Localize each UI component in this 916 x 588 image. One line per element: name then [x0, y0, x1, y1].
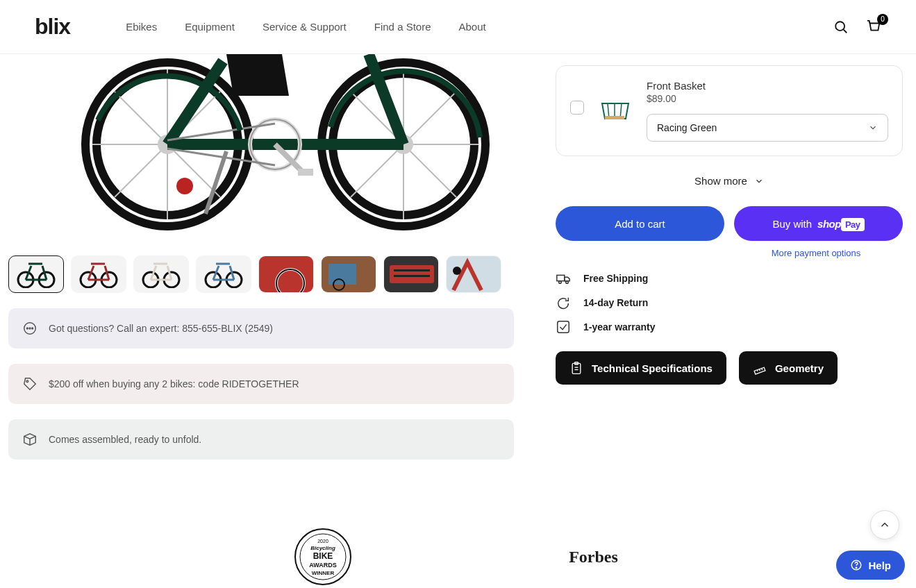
svg-point-53: [26, 328, 28, 329]
info-strip-questions: Got questions? Call an expert: 855-655-B…: [8, 308, 514, 348]
ruler-icon: [753, 361, 767, 375]
scroll-to-top-button[interactable]: [870, 510, 899, 539]
svg-point-62: [559, 281, 562, 284]
info-text: Got questions? Call an expert: 855-655-B…: [49, 323, 273, 334]
truck-icon: [556, 271, 571, 286]
nav-item-equipment[interactable]: Equipment: [185, 21, 235, 33]
buy-with-label: Buy with: [772, 218, 812, 230]
return-arrow-icon: [556, 295, 571, 310]
addon-price: $89.00: [647, 93, 888, 104]
benefits-list: Free Shipping 14-day Return 1-year warra…: [556, 271, 903, 335]
nav-item-store[interactable]: Find a Store: [374, 21, 431, 33]
svg-rect-27: [298, 169, 313, 176]
geometry-button[interactable]: Geometry: [739, 351, 838, 385]
info-strip-promo: $200 off when buying any 2 bikes: code R…: [8, 364, 514, 404]
chip-label: Technical Specifications: [592, 362, 713, 374]
addon-thumbnail: [598, 94, 633, 127]
show-more-label: Show more: [694, 175, 747, 187]
benefit-return: 14-day Return: [556, 295, 903, 310]
thumbnail-strip: [8, 255, 514, 293]
add-to-cart-button[interactable]: Add to cart: [556, 206, 724, 241]
tag-icon: [22, 376, 38, 392]
benefit-label: 14-day Return: [583, 297, 648, 308]
chevron-down-icon: [868, 123, 878, 133]
svg-rect-44: [328, 264, 356, 285]
benefit-warranty: 1-year warranty: [556, 319, 903, 335]
svg-text:WINNER: WINNER: [311, 570, 334, 576]
svg-line-10: [115, 92, 167, 144]
nav-item-ebikes[interactable]: Ebikes: [126, 21, 157, 33]
help-fab[interactable]: Help: [836, 551, 905, 580]
brand-logo[interactable]: blix: [35, 14, 70, 40]
spec-chip-row: Technical Specifications Geometry: [556, 351, 903, 385]
svg-rect-49: [394, 275, 430, 277]
forbes-logo: Forbes: [490, 529, 698, 585]
chat-icon: [22, 321, 38, 336]
nav-item-about[interactable]: About: [459, 21, 486, 33]
svg-point-51: [453, 267, 461, 275]
thumbnail-5[interactable]: [258, 255, 314, 293]
thumbnail-3[interactable]: [133, 255, 189, 293]
svg-point-63: [566, 281, 569, 284]
svg-text:BIKE: BIKE: [313, 551, 333, 561]
primary-nav: Ebikes Equipment Service & Support Find …: [126, 21, 833, 33]
svg-text:2020: 2020: [317, 539, 328, 544]
svg-rect-64: [558, 321, 569, 333]
more-payment-options-link[interactable]: More payment options: [729, 248, 903, 258]
addon-name: Front Basket: [647, 80, 888, 92]
thumbnail-4[interactable]: [196, 255, 251, 293]
info-text: Comes assembled, ready to unfold.: [49, 434, 201, 445]
svg-point-54: [29, 328, 31, 329]
svg-line-19: [403, 92, 456, 144]
select-value: Racing Green: [657, 122, 717, 133]
header-actions: 0: [833, 19, 881, 35]
box-icon: [22, 432, 38, 447]
site-header: blix Ebikes Equipment Service & Support …: [0, 0, 916, 54]
addon-color-select[interactable]: Racing Green: [647, 114, 888, 142]
tech-specs-button[interactable]: Technical Specifications: [556, 351, 726, 385]
cart-count-badge: 0: [877, 14, 888, 25]
help-label: Help: [868, 560, 891, 571]
buy-with-shop-pay-button[interactable]: Buy with shopPay: [734, 206, 903, 241]
svg-line-1: [844, 29, 847, 33]
product-main: Got questions? Call an expert: 855-655-B…: [0, 54, 916, 487]
search-icon[interactable]: [833, 19, 849, 35]
thumbnail-2[interactable]: [71, 255, 126, 293]
thumbnail-7[interactable]: [383, 255, 439, 293]
thumbnail-8[interactable]: [446, 255, 501, 293]
svg-point-56: [26, 380, 28, 383]
add-to-cart-label: Add to cart: [615, 218, 665, 230]
thumbnail-6[interactable]: [321, 255, 376, 293]
info-text: $200 off when buying any 2 bikes: code R…: [49, 378, 299, 389]
bike-awards-badge: 2020 Bicycling BIKE AWARDS WINNER: [219, 529, 427, 585]
chevron-down-icon: [754, 176, 764, 186]
addon-info: Front Basket $89.00 Racing Green: [647, 80, 888, 142]
svg-line-20: [351, 144, 403, 197]
svg-rect-48: [394, 269, 430, 271]
cart-button[interactable]: 0: [866, 19, 881, 35]
svg-line-22: [403, 144, 456, 197]
svg-rect-47: [390, 265, 434, 283]
svg-rect-40: [259, 255, 313, 293]
purchase-column: Front Basket $89.00 Racing Green Show mo…: [556, 54, 903, 460]
thumbnail-1[interactable]: [8, 255, 64, 293]
press-reviews-section: 2020 Bicycling BIKE AWARDS WINNER "Best …: [0, 487, 916, 588]
shop-pay-logo: shopPay: [817, 218, 864, 230]
svg-text:Bicycling: Bicycling: [310, 545, 335, 551]
clipboard-icon: [569, 361, 583, 375]
nav-item-service[interactable]: Service & Support: [263, 21, 347, 33]
info-strip-assembly: Comes assembled, ready to unfold.: [8, 419, 514, 460]
checkmark-box-icon: [556, 319, 571, 335]
addon-checkbox[interactable]: [570, 101, 584, 115]
buy-button-row: Add to cart Buy with shopPay: [556, 206, 903, 241]
addon-card-front-basket: Front Basket $89.00 Racing Green: [556, 65, 903, 156]
svg-point-55: [32, 328, 33, 329]
svg-rect-61: [557, 275, 565, 280]
show-more-button[interactable]: Show more: [556, 167, 903, 201]
chip-label: Geometry: [775, 362, 824, 374]
help-icon: [850, 559, 863, 571]
svg-point-81: [856, 567, 858, 569]
review-bicycling: 2020 Bicycling BIKE AWARDS WINNER "Best …: [219, 529, 427, 588]
gallery-column: Got questions? Call an expert: 855-655-B…: [8, 54, 514, 460]
svg-text:AWARDS: AWARDS: [309, 562, 337, 569]
